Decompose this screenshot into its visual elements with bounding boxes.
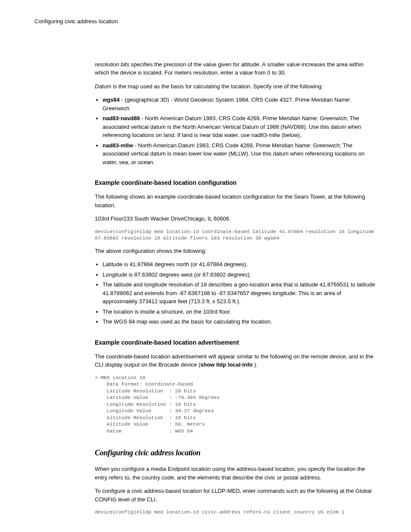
page-header: Configuring civic address location <box>34 17 377 26</box>
list-item: The latitude and longitude resolution of… <box>103 280 377 306</box>
paragraph: To configure a civic address-based locat… <box>95 487 377 504</box>
code-block-config: device(config)#lldp med location-id coor… <box>95 228 377 242</box>
code-block-output: + MED Location ID Data Format: Coordinat… <box>95 374 377 435</box>
paragraph-address: 103rd Floor233 South Wacker DriveChicago… <box>95 215 377 223</box>
paragraph: When you configure a media Endpoint loca… <box>95 465 377 482</box>
datum-list: wgs84 - (geographical 3D) - World Geodes… <box>95 96 377 166</box>
list-item: Latitude is 41.87884 degrees north (or 4… <box>103 260 377 269</box>
page-content: resolution bits specifies the precision … <box>95 60 377 516</box>
code-block-civic: device(config)#lldp med location-id civi… <box>95 509 377 516</box>
bullet-text: - North American Datum 1983, CRS Code 42… <box>103 115 361 138</box>
list-item: The WGS 84 map was used as the basis for… <box>103 317 377 326</box>
paragraph: The above configuration shows the follow… <box>95 247 377 255</box>
paragraph: The coordinate-based location advertisem… <box>95 352 377 369</box>
bullet-bold: wgs84 <box>103 96 120 103</box>
bullet-bold: nad83-mllw <box>103 142 133 149</box>
text: is the map used as the basis for calcula… <box>111 83 323 90</box>
subheading-example-advert: Example coordinate-based location advert… <box>95 338 377 347</box>
list-item: nad83-mllw - North American Datum 1983, … <box>103 141 377 167</box>
bullet-text: - North American Datum 1983, CRS Code 42… <box>103 142 364 165</box>
term-resolution-bits: resolution bits <box>95 61 129 68</box>
text: specifies the precision of the value giv… <box>95 61 364 76</box>
paragraph-datum: Datum is the map used as the basis for c… <box>95 82 377 91</box>
list-item: Longitude is 87.63602 degrees west (or 8… <box>103 271 377 279</box>
section-heading-civic: Configuring civic address location <box>95 447 377 459</box>
list-item: wgs84 - (geographical 3D) - World Geodes… <box>103 96 377 112</box>
term-datum: Datum <box>95 83 111 90</box>
bullet-text: - (geographical 3D) - World Geodesic Sys… <box>103 96 351 112</box>
subheading-example-config: Example coordinate-based location config… <box>95 178 377 187</box>
paragraph: The following shows an example coordinat… <box>95 193 377 209</box>
config-result-list: Latitude is 41.87884 degrees north (or 4… <box>95 260 377 326</box>
list-item: nad83-navd88 - North American Datum 1983… <box>103 114 377 140</box>
text: ). <box>252 361 258 368</box>
paragraph-resolution-bits: resolution bits specifies the precision … <box>95 60 377 77</box>
bullet-bold: nad83-navd88 <box>103 115 140 121</box>
list-item: The location is inside a structure, on t… <box>103 308 377 316</box>
command-bold: show lldp local-info <box>200 361 252 368</box>
